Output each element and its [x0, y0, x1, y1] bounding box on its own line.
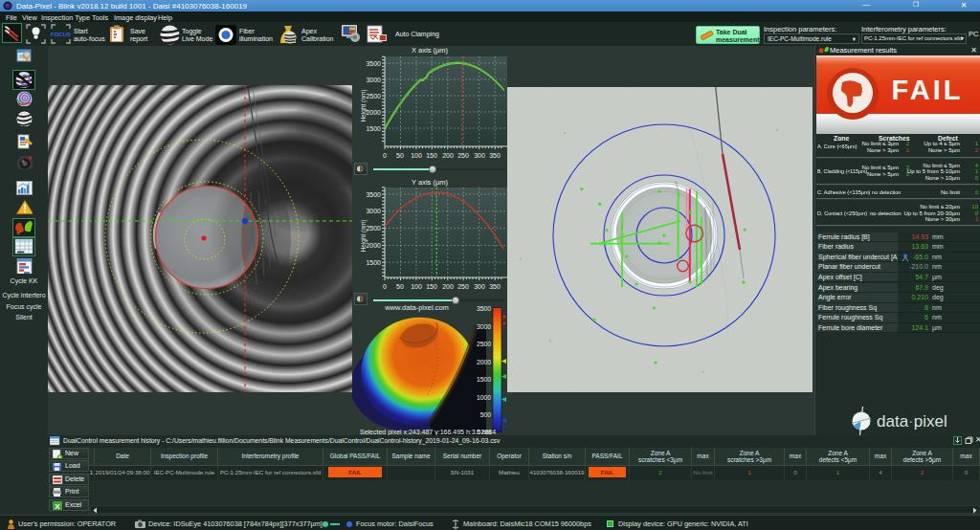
svg-text:2000: 2000	[366, 109, 381, 116]
svg-text:300: 300	[474, 283, 485, 290]
svg-text:3000: 3000	[366, 208, 381, 214]
svg-text:100: 100	[411, 152, 422, 159]
svg-text:200: 200	[442, 283, 454, 290]
svg-text:0: 0	[383, 152, 387, 159]
svg-text:200: 200	[442, 152, 454, 159]
svg-text:3500: 3500	[477, 305, 491, 312]
svg-text:data·pixel: data·pixel	[877, 412, 947, 431]
svg-text:3000: 3000	[366, 77, 381, 83]
svg-text:250: 250	[457, 283, 469, 290]
svg-text:3000: 3000	[477, 323, 491, 330]
svg-text:3500: 3500	[366, 191, 381, 198]
svg-text:150: 150	[426, 283, 437, 290]
svg-text:100: 100	[411, 283, 422, 290]
svg-text:2500: 2500	[477, 341, 491, 347]
svg-text:1500: 1500	[366, 259, 381, 266]
svg-text:2000: 2000	[366, 242, 381, 249]
svg-text:X: X	[55, 501, 60, 510]
svg-text:300: 300	[474, 152, 485, 159]
svg-text:0: 0	[383, 283, 387, 290]
svg-text:FOCUS: FOCUS	[51, 32, 71, 37]
svg-text:50: 50	[396, 283, 404, 290]
svg-text:1500: 1500	[366, 125, 381, 132]
svg-text:250: 250	[457, 152, 469, 159]
svg-text:2000: 2000	[477, 359, 491, 365]
svg-text:50: 50	[396, 152, 404, 159]
svg-text:500: 500	[480, 411, 492, 418]
svg-text:150: 150	[426, 152, 437, 159]
svg-text:2500: 2500	[366, 225, 381, 232]
svg-text:2500: 2500	[366, 93, 381, 99]
svg-text:1500: 1500	[477, 376, 491, 383]
svg-text:3500: 3500	[366, 60, 381, 67]
svg-text:1000: 1000	[477, 394, 491, 401]
svg-text:350: 350	[489, 283, 501, 290]
svg-text:350: 350	[489, 152, 501, 159]
